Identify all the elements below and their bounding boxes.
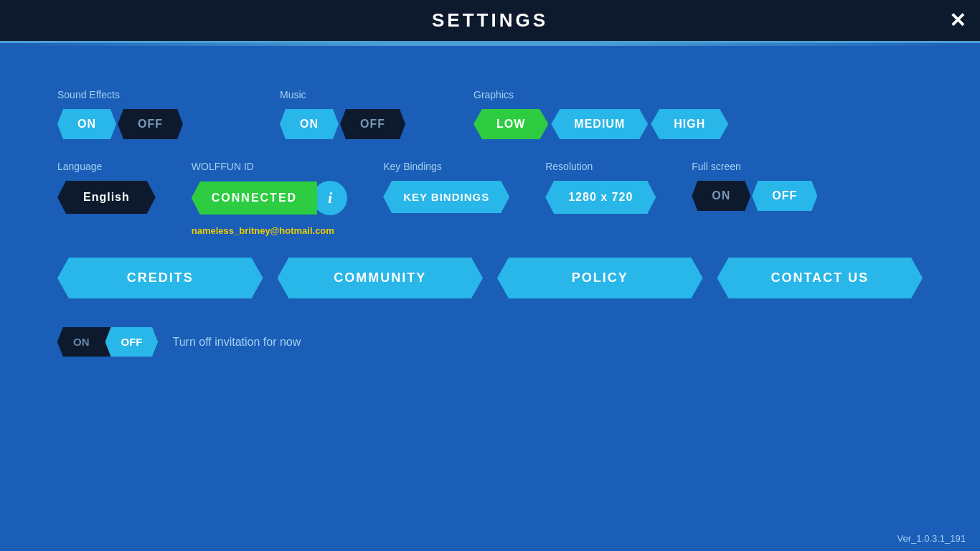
sound-effects-label: Sound Effects bbox=[57, 89, 120, 100]
sound-on-button[interactable]: ON bbox=[57, 109, 116, 139]
version-text: Ver_1.0.3.1_191 bbox=[897, 533, 966, 544]
row-audio-graphics: Sound Effects ON OFF Music ON OFF Graphi… bbox=[57, 89, 923, 139]
wolffun-id-group: WOLFFUN ID CONNECTED i nameless_britney@… bbox=[192, 161, 347, 236]
community-button[interactable]: COMMUNITY bbox=[278, 258, 484, 298]
policy-button[interactable]: POLICY bbox=[497, 258, 703, 298]
sound-effects-toggle: ON OFF bbox=[57, 109, 184, 139]
resolution-label: Resolution bbox=[545, 161, 593, 172]
contact-us-button[interactable]: CONTACT US bbox=[717, 258, 923, 298]
graphics-buttons: LOW MEDIUM HIGH bbox=[473, 109, 731, 139]
wolffun-connected-container: CONNECTED i bbox=[192, 181, 347, 215]
resolution-button[interactable]: 1280 x 720 bbox=[545, 181, 656, 214]
key-bindings-button[interactable]: KEY BINDINGS bbox=[383, 181, 509, 213]
fullscreen-group: Full screen ON OFF bbox=[692, 161, 819, 211]
music-toggle: ON OFF bbox=[280, 109, 407, 139]
fullscreen-toggle: ON OFF bbox=[692, 181, 819, 211]
settings-content: Sound Effects ON OFF Music ON OFF Graphi… bbox=[0, 46, 980, 378]
graphics-label: Graphics bbox=[473, 89, 514, 100]
invitation-off-button[interactable]: OFF bbox=[105, 327, 159, 357]
invitation-text: Turn off invitation for now bbox=[173, 336, 301, 349]
key-bindings-label: Key Bindings bbox=[383, 161, 442, 172]
invitation-toggle: ON OFF bbox=[57, 327, 159, 357]
wolffun-id-label: WOLFFUN ID bbox=[192, 161, 254, 172]
row-identity-settings: Language English WOLFFUN ID CONNECTED i … bbox=[57, 161, 923, 236]
graphics-group: Graphics LOW MEDIUM HIGH bbox=[473, 89, 760, 139]
music-on-button[interactable]: ON bbox=[280, 109, 339, 139]
key-bindings-group: Key Bindings KEY BINDINGS bbox=[383, 161, 509, 213]
fullscreen-off-button[interactable]: OFF bbox=[752, 181, 817, 211]
credits-button[interactable]: CREDITS bbox=[57, 258, 263, 298]
music-group: Music ON OFF bbox=[280, 89, 438, 139]
language-label: Language bbox=[57, 161, 102, 172]
language-button[interactable]: English bbox=[57, 181, 156, 214]
resolution-group: Resolution 1280 x 720 bbox=[545, 161, 656, 214]
fullscreen-label: Full screen bbox=[692, 161, 740, 172]
sound-off-button[interactable]: OFF bbox=[118, 109, 183, 139]
music-label: Music bbox=[280, 89, 306, 100]
music-off-button[interactable]: OFF bbox=[340, 109, 405, 139]
invitation-on-button[interactable]: ON bbox=[57, 327, 105, 357]
invitation-row: ON OFF Turn off invitation for now bbox=[57, 327, 923, 357]
wolffun-info-button[interactable]: i bbox=[313, 181, 347, 215]
close-button[interactable]: ✕ bbox=[949, 11, 966, 31]
page-title: SETTINGS bbox=[432, 9, 548, 32]
connected-button[interactable]: CONNECTED bbox=[192, 182, 317, 215]
bottom-buttons-row: CREDITS COMMUNITY POLICY CONTACT US bbox=[57, 258, 923, 298]
fullscreen-on-button[interactable]: ON bbox=[692, 181, 750, 211]
language-group: Language English bbox=[57, 161, 156, 214]
graphics-high-button[interactable]: HIGH bbox=[651, 109, 728, 139]
wolffun-email: nameless_britney@hotmail.com bbox=[192, 225, 334, 236]
sound-effects-group: Sound Effects ON OFF bbox=[57, 89, 244, 139]
graphics-medium-button[interactable]: MEDIUM bbox=[551, 109, 648, 139]
top-bar: SETTINGS ✕ bbox=[0, 0, 980, 43]
graphics-low-button[interactable]: LOW bbox=[473, 109, 548, 139]
